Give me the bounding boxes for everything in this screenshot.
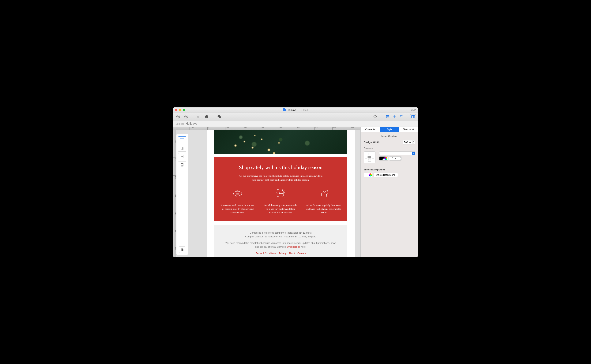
toggle-inspector-button[interactable]: [410, 114, 416, 119]
rulers-button[interactable]: [398, 114, 405, 120]
ruler-tick: 200: [173, 140, 176, 143]
ruler-tick: 200: [243, 127, 247, 130]
ruler-tick: 400: [173, 175, 176, 179]
svg-point-4: [199, 115, 200, 116]
minimize-window-button[interactable]: [179, 109, 181, 111]
inspector-tabs: Contents Style Teamwork: [361, 127, 418, 132]
ruler-tick: 100: [225, 127, 229, 130]
svg-rect-8: [387, 116, 389, 117]
vertical-ruler: 200 300 400 500 600 700 800: [173, 130, 176, 257]
desktop-preview-button[interactable]: [178, 136, 186, 143]
border-left[interactable]: [365, 156, 368, 158]
careers-link[interactable]: Careers: [297, 252, 306, 255]
safety-column-text: Protective masks are to be worn at all t…: [220, 204, 256, 215]
layout-view-button[interactable]: [385, 114, 391, 120]
safety-headline: Shop safely with us this holiday season: [220, 164, 341, 170]
terms-link[interactable]: Terms & Conditions: [256, 252, 276, 255]
window-title: Holidays — Edited: [283, 108, 308, 111]
footer-address: Campell Campus, 23 Tadcaster Rd., Pitcom…: [245, 235, 316, 238]
svg-rect-25: [182, 249, 183, 251]
ruler-tick: 800: [350, 127, 354, 130]
stepper-down[interactable]: ▼: [413, 142, 415, 144]
svg-point-1: [184, 115, 188, 118]
source-preview-button[interactable]: [178, 162, 186, 168]
cloud-sync-button[interactable]: [372, 114, 378, 120]
border-all[interactable]: [368, 156, 371, 158]
about-link[interactable]: About: [289, 252, 295, 255]
delete-background-button[interactable]: Delete Background: [374, 173, 398, 177]
border-side-picker[interactable]: [364, 151, 375, 163]
subject-label: Subject: [176, 122, 184, 125]
ruler-tick: -100: [190, 127, 194, 130]
close-window-button[interactable]: [175, 109, 177, 111]
ruler-tick: 400: [279, 127, 282, 130]
app-window: Holidays — Edited BETA Subject Holidays: [173, 107, 418, 257]
stepper-up[interactable]: ▲: [413, 140, 415, 142]
stepper-down[interactable]: ▼: [399, 158, 401, 160]
svg-rect-16: [181, 155, 183, 158]
border-width-input[interactable]: [389, 157, 399, 160]
send-preview-button[interactable]: [175, 114, 181, 120]
subject-value[interactable]: Holidays: [185, 122, 197, 125]
border-color-swatch[interactable]: [379, 156, 388, 161]
comments-button[interactable]: [216, 114, 222, 120]
style-panel: Inner Content Design Width ▲▼ Borders: [361, 132, 418, 180]
svg-rect-15: [183, 147, 184, 150]
border-width-stepper[interactable]: ▲▼: [389, 156, 402, 161]
subject-bar: Subject Holidays: [173, 121, 418, 127]
footer-here: here.: [300, 246, 306, 248]
validate-button[interactable]: [204, 114, 210, 120]
tab-contents[interactable]: Contents: [361, 127, 380, 132]
background-color-swatch[interactable]: [364, 173, 372, 177]
safety-column-clean: All surfaces are regularly disinfected a…: [306, 187, 341, 215]
email-footer[interactable]: Campell is a registered company (Registr…: [214, 225, 347, 257]
footer-links: Terms & Conditions. Privacy. About. Care…: [224, 252, 338, 255]
stepper-up[interactable]: ▲: [399, 156, 401, 158]
border-right[interactable]: [372, 156, 374, 158]
border-top[interactable]: [368, 153, 371, 155]
email-canvas[interactable]: Shop safely with us this holiday season …: [207, 130, 355, 257]
ruler-tick: 300: [173, 157, 176, 161]
privacy-link[interactable]: Privacy: [279, 252, 286, 255]
ruler-tick: 700: [332, 127, 336, 130]
titlebar: Holidays — Edited BETA: [173, 107, 418, 113]
tab-teamwork[interactable]: Teamwork: [399, 127, 418, 132]
zoom-window-button[interactable]: [183, 109, 185, 111]
safety-section[interactable]: Shop safely with us this holiday season …: [214, 157, 347, 221]
text-preview-button[interactable]: [178, 153, 186, 160]
traffic-lights: [173, 109, 185, 111]
design-width-label: Design Width: [364, 141, 401, 144]
ruler-tick: 600: [173, 211, 176, 214]
svg-point-0: [177, 115, 180, 118]
ruler-tick: 300: [261, 127, 264, 130]
send-button[interactable]: [183, 114, 189, 120]
color-wheel-icon: [369, 174, 372, 176]
handwash-icon: [317, 187, 331, 200]
svg-rect-14: [181, 147, 182, 150]
ruler-tick: 0: [207, 127, 209, 130]
layers-button[interactable]: [179, 246, 185, 253]
analytics-button[interactable]: [196, 114, 202, 120]
guides-button[interactable]: [392, 114, 398, 120]
border-style-dropdown[interactable]: ⌄: [379, 151, 415, 155]
svg-rect-2: [197, 117, 198, 118]
svg-rect-3: [198, 116, 199, 118]
tab-style[interactable]: Style: [380, 127, 399, 132]
svg-point-5: [205, 115, 208, 118]
design-width-input[interactable]: [403, 141, 412, 144]
canvas-scroll[interactable]: Shop safely with us this holiday season …: [173, 130, 361, 257]
svg-rect-12: [180, 138, 184, 141]
border-bottom[interactable]: [368, 159, 371, 162]
edited-indicator: — Edited: [298, 109, 308, 111]
design-width-stepper[interactable]: ▲▼: [403, 140, 415, 144]
color-wheel-icon: [384, 157, 387, 160]
canvas-pane: -100 0 100 200 300 400 500 600 700 800 2…: [173, 127, 361, 257]
footer-registration: Campell is a registered company (Registr…: [250, 232, 311, 234]
ruler-tick: 600: [315, 127, 318, 130]
footer-optin-text: You have received this newsletter becaus…: [225, 242, 336, 248]
toolbar: [173, 113, 418, 121]
mobile-preview-button[interactable]: [178, 145, 186, 152]
svg-rect-9: [387, 117, 389, 118]
unsubscribe-link[interactable]: Unsubscribe: [287, 246, 300, 248]
hero-image-block[interactable]: [214, 130, 347, 154]
